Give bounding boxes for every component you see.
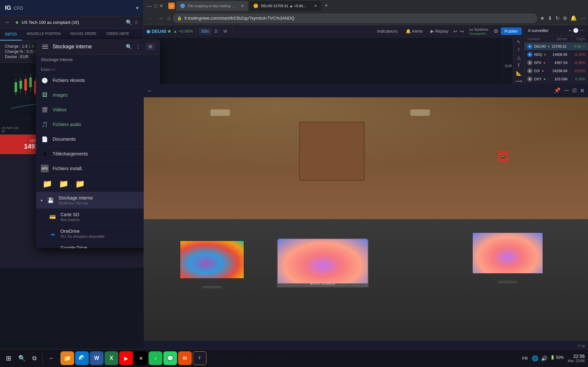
- extension-icon[interactable]: ∞: [168, 3, 175, 9]
- image-viewer-back-button[interactable]: ←: [147, 88, 153, 94]
- ig-tab-nouvel-ordre[interactable]: NOUVEL ORDRE: [66, 29, 102, 40]
- browser-menu-icon[interactable]: ⋯: [580, 15, 585, 21]
- ig-star-icon[interactable]: ☆: [134, 19, 139, 25]
- browser-new-tab-button[interactable]: +: [324, 2, 328, 9]
- tv-side-cursor-icon[interactable]: ↖: [517, 39, 521, 44]
- browser-back-button[interactable]: ←: [146, 14, 154, 23]
- tv-side-text-icon[interactable]: T: [517, 63, 520, 68]
- address-bar[interactable]: 🔒 fr.tradingview.com/chart/lkS3bZqy/?sym…: [173, 13, 537, 23]
- image-viewer-minimize-button[interactable]: —: [564, 87, 569, 94]
- browser-tab-2-close[interactable]: ✕: [314, 4, 317, 8]
- ig-search-icon[interactable]: 🔍: [126, 19, 132, 25]
- taskbar-back-button[interactable]: ←: [46, 352, 57, 364]
- fm-item-recent[interactable]: 🕐 Fichiers récents: [36, 73, 160, 88]
- browser-share-icon[interactable]: ⊕: [563, 15, 567, 21]
- taskbar-network-icon[interactable]: 🌐: [532, 355, 538, 361]
- tv-indicators-button[interactable]: Indicateurs: [374, 28, 400, 35]
- watchlist-more-button[interactable]: ⋯: [580, 28, 585, 33]
- ig-tab-creer-limite[interactable]: CRÉER LIMITE: [101, 29, 134, 40]
- fm-item-videos[interactable]: 🎬 Vidéos: [36, 103, 160, 117]
- tv-side-measure-icon[interactable]: 📐: [516, 71, 522, 76]
- watchlist-row-dxy[interactable]: D DXY 103.596 0.26%: [525, 75, 588, 83]
- tv-settings-icon[interactable]: ⚙: [494, 28, 498, 34]
- taskbar-app-icons: 📁 🌊 W X ▶ ✕ ♪ 💬 IG T: [60, 351, 206, 365]
- fm-search-button[interactable]: 🔍: [126, 44, 132, 50]
- watchlist-add-button[interactable]: +: [569, 28, 571, 33]
- tv-redo-icon[interactable]: ↪: [460, 29, 464, 34]
- taskbar-language[interactable]: FR: [522, 356, 528, 361]
- watchlist-row-dji[interactable]: D DJI 34288.84 -0.51%: [525, 67, 588, 75]
- tv-alert-button[interactable]: 🔔 Alerte: [403, 28, 426, 35]
- fm-folder-2[interactable]: 📁: [57, 179, 70, 188]
- tv-tf-W[interactable]: W: [221, 28, 230, 35]
- fm-item-audio[interactable]: 🎵 Fichiers audio: [36, 117, 160, 132]
- taskbar-app-excel[interactable]: X: [105, 351, 118, 365]
- tv-replay-button[interactable]: ▶ Replay: [428, 28, 451, 35]
- ig-tab-nouvelle-position[interactable]: NOUVELLE POSITION: [22, 29, 66, 40]
- fm-folder-1[interactable]: 📁: [41, 179, 54, 188]
- tv-tf-D[interactable]: D: [212, 28, 220, 35]
- browser-notification-icon[interactable]: 🔔: [570, 15, 577, 21]
- taskbar-app-youtube[interactable]: ▶: [119, 351, 133, 365]
- fm-item-images[interactable]: 🖼 Images: [36, 88, 160, 103]
- taskbar-app-word[interactable]: W: [90, 351, 104, 365]
- taskbar-app-edge[interactable]: 🌊: [75, 351, 89, 365]
- image-viewer-expand-button[interactable]: ⊡: [572, 87, 577, 94]
- ig-dropdown-icon[interactable]: ▾: [136, 5, 139, 11]
- watchlist-row-spx[interactable]: S SPX 4387.54 -0.28%: [525, 59, 588, 67]
- browser-refresh-icon[interactable]: ↻: [555, 15, 560, 21]
- fm-item-documents[interactable]: 📄 Documents: [36, 132, 160, 147]
- browser-bookmark-icon[interactable]: ★: [540, 15, 545, 21]
- image-viewer-pin-icon[interactable]: 📌: [554, 87, 561, 94]
- tv-publish-button[interactable]: Publier: [501, 27, 522, 35]
- browser-tab-1-close[interactable]: ✕: [241, 4, 244, 8]
- fm-storage-sd[interactable]: 💳 Carte SD Non insérée: [36, 209, 160, 225]
- taskbar-task-view-button[interactable]: ⧉: [30, 352, 39, 364]
- tv-side-forecast-icon[interactable]: ⟿: [515, 78, 522, 84]
- browser-download-icon[interactable]: ⬇: [548, 15, 552, 21]
- fm-folder-3[interactable]: 📁: [74, 179, 87, 188]
- tv-symbol-name[interactable]: ◉ DEU40: [146, 29, 166, 34]
- laptop-screen: [277, 238, 368, 284]
- taskbar-clock[interactable]: 22:56 Mar. 22/08: [568, 354, 585, 363]
- taskbar-app-trading[interactable]: T: [193, 351, 206, 365]
- browser-close-button[interactable]: ✕: [159, 3, 163, 8]
- browser-home-button[interactable]: ⌂: [167, 15, 171, 21]
- watchlist-row-close[interactable]: ✕: [582, 44, 585, 49]
- watchlist-clock-icon[interactable]: 🕐: [573, 28, 579, 33]
- browser-tab-1[interactable]: File scalping et day trading du m... ✕: [176, 1, 248, 11]
- browser-minimize-button[interactable]: —: [147, 3, 152, 8]
- fm-storage-internal[interactable]: ▶ 💾 Stockage interne 72,08 Go / 512 Go: [36, 192, 160, 209]
- taskbar-app-twitter[interactable]: ✕: [134, 351, 148, 365]
- taskbar-app-ig[interactable]: IG: [178, 351, 192, 365]
- fm-item-downloads[interactable]: ⬇ Téléchargements: [36, 147, 160, 161]
- tv-tf-30m[interactable]: 30m: [199, 28, 211, 35]
- taskbar-app-whatsapp[interactable]: 💬: [163, 351, 177, 365]
- taskbar-volume-icon[interactable]: 🔊: [541, 355, 547, 361]
- image-viewer-close-button[interactable]: ✕: [580, 87, 585, 94]
- watchlist-row-deu40[interactable]: D DEU40 15705.61 0.66 ✕: [525, 42, 588, 51]
- fm-gear-button[interactable]: ⚙: [146, 43, 155, 50]
- fm-menu-button[interactable]: [41, 43, 49, 50]
- watchlist-symbol-icon: D: [527, 44, 532, 49]
- browser-tab-2[interactable]: DEU40 15705.61 ▲ +0.66% Le S... ✕: [250, 1, 321, 11]
- browser-forward-button[interactable]: →: [157, 14, 165, 23]
- fm-item-apk[interactable]: APK Fichiers install.: [36, 161, 160, 176]
- ig-tab-infos[interactable]: INFOS: [0, 29, 22, 40]
- tv-save-system-button[interactable]: Le SystèmeSauvegarder: [466, 26, 491, 36]
- browser-maximize-button[interactable]: □: [154, 3, 157, 8]
- taskbar-windows-button[interactable]: ⊞: [3, 352, 14, 365]
- fm-storage-googledrive[interactable]: ▲ Google Drive Non connecté: [36, 242, 160, 248]
- tv-side-shapes-icon[interactable]: △: [517, 55, 521, 60]
- ig-back-button[interactable]: ←: [5, 19, 11, 26]
- watchlist-row-ndq[interactable]: N NDQ 14908.95 -0.19%: [525, 51, 588, 59]
- fm-storage-onedrive[interactable]: ☁ OneDrive 411 Go d'espace disponible: [36, 225, 160, 242]
- tv-side-line-icon[interactable]: /: [518, 47, 519, 52]
- taskbar-search-button[interactable]: 🔍: [16, 352, 28, 364]
- watchlist-price: 14908.95: [546, 53, 567, 56]
- taskbar-app-files[interactable]: 📁: [60, 351, 74, 365]
- main-background: IG CFD ▾ ← US Tech 100 au comptant (1€) …: [0, 0, 588, 367]
- tv-undo-icon[interactable]: ↩: [453, 29, 457, 34]
- taskbar-app-spotify[interactable]: ♪: [149, 351, 162, 365]
- fm-more-button[interactable]: ⋮: [136, 44, 141, 50]
